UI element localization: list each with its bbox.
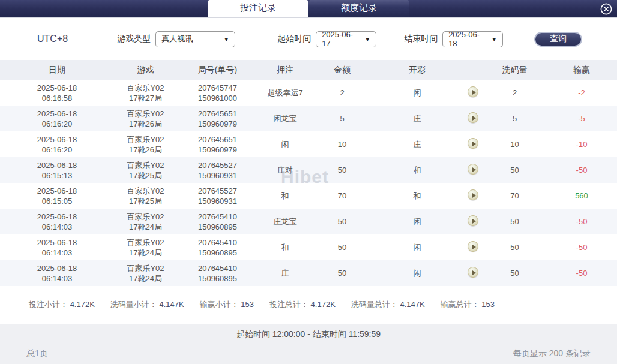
header-date: 日期 — [0, 60, 114, 80]
header-amount: 金额 — [312, 60, 372, 80]
table-header-row: 日期 游戏 局号(单号) 押注 金额 开彩 洗码量 输赢 — [0, 60, 617, 80]
cell-date: 2025-06-18 06:16:20 — [0, 131, 114, 157]
game-type-value: 真人视讯 — [161, 34, 193, 44]
play-icon — [472, 142, 476, 146]
summary-item: 投注总计： 4.172K — [269, 299, 336, 322]
cell-result: 闲 — [372, 209, 462, 234]
cell-date: 2025-06-18 06:16:20 — [0, 106, 114, 131]
table-row: 2025-06-18 06:14:03 百家乐Y02 17靴24局 207645… — [0, 260, 617, 286]
footer: 起始时间 12:00:00 - 结束时间 11:59:59 总1页 每页显示 2… — [0, 324, 617, 364]
summary-item: 洗码量总计： 4.147K — [351, 299, 425, 322]
cell-result: 闲 — [372, 234, 462, 260]
cell-amount: 50 — [312, 234, 372, 260]
header-play — [462, 60, 483, 80]
cell-game: 百家乐Y02 17靴27局 — [114, 80, 177, 106]
close-icon[interactable] — [599, 2, 613, 16]
cell-result: 庄 — [372, 131, 462, 157]
table-row: 2025-06-18 06:16:20 百家乐Y02 17靴26局 207645… — [0, 106, 617, 131]
table-row: 2025-06-18 06:15:05 百家乐Y02 17靴25局 207645… — [0, 183, 617, 209]
cell-round: 207645651 150960979 — [177, 131, 258, 157]
play-icon — [472, 90, 476, 95]
cell-wash-amount: 50 — [483, 260, 546, 286]
cell-bet-type: 超级幸运7 — [258, 80, 312, 106]
cell-wash-amount: 50 — [483, 209, 546, 234]
start-time-select[interactable]: 2025-06-17 ▼ — [316, 31, 376, 47]
cell-date: 2025-06-18 06:14:03 — [0, 209, 114, 234]
cell-amount: 5 — [312, 106, 372, 131]
cell-bet-type: 庄对 — [258, 157, 312, 183]
cell-amount: 10 — [312, 131, 372, 157]
table-row: 2025-06-18 06:15:13 百家乐Y02 17靴25局 207645… — [0, 157, 617, 183]
cell-play — [462, 131, 483, 157]
play-replay-button[interactable] — [468, 164, 478, 175]
totals-summary: 投注小计： 4.172K 洗码量小计： 4.147K输赢小计： 153投注总计：… — [0, 286, 617, 322]
cell-result: 和 — [372, 157, 462, 183]
play-replay-button[interactable] — [468, 189, 478, 200]
play-icon — [472, 116, 476, 121]
cell-amount: 70 — [312, 183, 372, 209]
play-replay-button[interactable] — [468, 112, 478, 123]
chevron-down-icon: ▼ — [364, 36, 370, 43]
cell-bet-type: 闲龙宝 — [258, 106, 312, 131]
cell-play — [462, 260, 483, 286]
cell-game: 百家乐Y02 17靴24局 — [114, 209, 177, 234]
cell-result: 庄 — [372, 106, 462, 131]
start-time-label: 起始时间 — [277, 34, 311, 44]
cell-amount: 2 — [312, 80, 372, 106]
cell-round: 207645410 150960895 — [177, 260, 258, 286]
cell-play — [462, 106, 483, 131]
cell-wash-amount: 5 — [483, 106, 546, 131]
cell-win-loss: 560 — [546, 183, 617, 209]
bet-records-table: 日期 游戏 局号(单号) 押注 金额 开彩 洗码量 输赢 2025-06-18 … — [0, 60, 617, 286]
cell-win-loss: -50 — [546, 234, 617, 260]
game-type-select[interactable]: 真人视讯 ▼ — [155, 31, 235, 47]
page-count: 总1页 — [26, 348, 48, 359]
cell-date: 2025-06-18 06:14:03 — [0, 234, 114, 260]
play-replay-button[interactable] — [468, 241, 478, 252]
play-replay-button[interactable] — [468, 86, 478, 97]
header-wash: 洗码量 — [483, 60, 546, 80]
cell-bet-type: 庄龙宝 — [258, 209, 312, 234]
summary-item: 输赢小计： 153 — [200, 299, 254, 322]
cell-play — [462, 80, 483, 106]
tab-bet-records[interactable]: 投注记录 — [208, 0, 308, 17]
cell-bet-type: 和 — [258, 183, 312, 209]
header-game: 游戏 — [114, 60, 177, 80]
cell-bet-type: 庄 — [258, 260, 312, 286]
play-replay-button[interactable] — [468, 267, 478, 278]
game-type-label: 游戏类型 — [117, 34, 151, 44]
play-icon — [472, 193, 476, 198]
end-time-select[interactable]: 2025-06-18 ▼ — [442, 31, 503, 47]
cell-result: 和 — [372, 183, 462, 209]
play-replay-button[interactable] — [468, 138, 478, 149]
cell-result: 闲 — [372, 260, 462, 286]
cell-play — [462, 157, 483, 183]
cell-game: 百家乐Y02 17靴26局 — [114, 106, 177, 131]
cell-win-loss: -2 — [546, 80, 617, 106]
cell-date: 2025-06-18 06:15:05 — [0, 183, 114, 209]
cell-game: 百家乐Y02 17靴25局 — [114, 157, 177, 183]
cell-date: 2025-06-18 06:15:13 — [0, 157, 114, 183]
cell-wash-amount: 2 — [483, 80, 546, 106]
play-replay-button[interactable] — [468, 215, 478, 226]
tab-quota-records[interactable]: 额度记录 — [308, 0, 409, 17]
table-row: 2025-06-18 06:14:03 百家乐Y02 17靴24局 207645… — [0, 209, 617, 234]
header-bet: 押注 — [258, 60, 312, 80]
cell-game: 百家乐Y02 17靴26局 — [114, 131, 177, 157]
cell-win-loss: -50 — [546, 157, 617, 183]
cell-win-loss: -50 — [546, 260, 617, 286]
summary-item: 输赢总计： 153 — [441, 299, 495, 322]
cell-game: 百家乐Y02 17靴24局 — [114, 234, 177, 260]
window-titlebar: 投注记录 额度记录 — [0, 0, 617, 18]
cell-round: 207645527 150960931 — [177, 157, 258, 183]
cell-amount: 50 — [312, 260, 372, 286]
filter-bar: UTC+8 游戏类型 真人视讯 ▼ 起始时间 2025-06-17 ▼ 结束时间… — [0, 18, 617, 60]
cell-amount: 50 — [312, 209, 372, 234]
query-button[interactable]: 查询 — [534, 32, 582, 47]
cell-win-loss: -10 — [546, 131, 617, 157]
chevron-down-icon: ▼ — [491, 36, 497, 43]
cell-round: 207645410 150960895 — [177, 209, 258, 234]
cell-wash-amount: 50 — [483, 157, 546, 183]
timezone-label: UTC+8 — [37, 34, 68, 44]
play-icon — [472, 270, 476, 275]
